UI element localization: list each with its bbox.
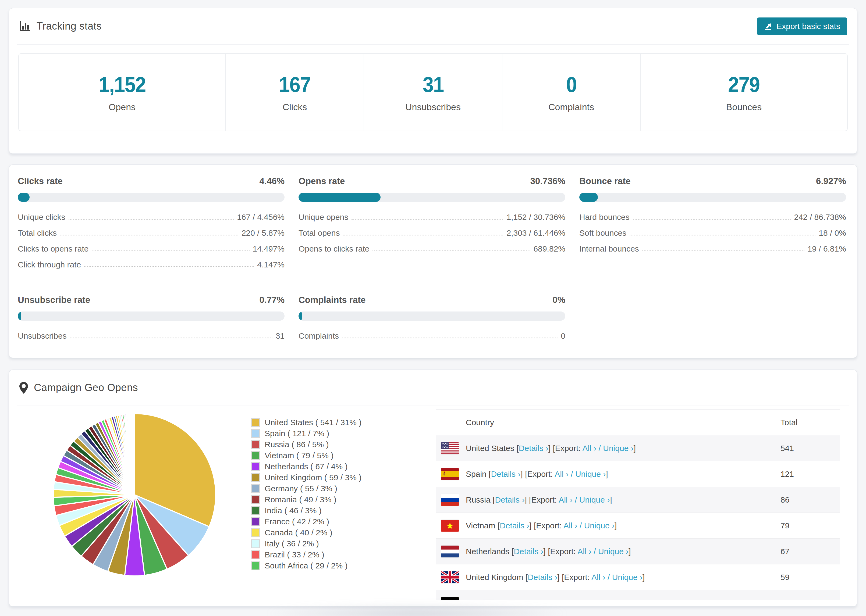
total-cell: 121 [781, 470, 794, 479]
legend-swatch [251, 418, 260, 427]
export-basic-stats-button[interactable]: Export basic stats [757, 17, 847, 35]
details-link[interactable]: Details › [527, 573, 557, 581]
legend-label: Russia ( 86 / 5% ) [265, 440, 329, 449]
rate-row-label: Clicks to opens rate [18, 244, 88, 253]
export-unique-link[interactable]: Unique › [598, 547, 628, 556]
legend-item: Brazil ( 33 / 2% ) [251, 549, 361, 560]
rate-row-value: 2,303 / 61.446% [506, 228, 565, 237]
country-cell: Germany [Details ›] [Export: All › / Uni… [466, 599, 620, 600]
bar-chart-icon [19, 20, 31, 33]
rate-progress-track [299, 311, 565, 321]
rate-rows: Unsubscribes31 [18, 332, 285, 340]
stat-label: Complaints [548, 102, 594, 112]
rate-title: Clicks rate [18, 176, 63, 186]
legend-item: Romania ( 49 / 3% ) [251, 494, 361, 505]
rates-grid: Clicks rate4.46%Unique clicks167 / 4.456… [9, 165, 857, 347]
dotted-leader [633, 218, 791, 220]
dotted-leader [342, 337, 557, 338]
dotted-leader [84, 266, 254, 267]
table-row-es: Spain [Details ›] [Export: All › / Uniqu… [436, 461, 840, 487]
dotted-leader [642, 250, 805, 251]
rate-row: Opens to clicks rate689.82% [299, 244, 565, 253]
stat-box-complaints: 0Complaints [502, 54, 641, 130]
details-link[interactable]: Details › [514, 547, 543, 556]
export-unique-link[interactable]: Unique › [612, 573, 642, 581]
legend-item: Netherlands ( 67 / 4% ) [251, 461, 361, 472]
legend-item: United States ( 541 / 31% ) [251, 417, 361, 428]
rate-progress-track [18, 193, 285, 202]
total-cell: 541 [781, 444, 794, 453]
dotted-leader [60, 234, 238, 236]
legend-label: Canada ( 40 / 2% ) [265, 528, 332, 537]
tracking-stats-card: Tracking stats Export basic stats 1,152O… [9, 8, 857, 154]
details-link[interactable]: Details › [504, 599, 533, 600]
legend-label: France ( 42 / 2% ) [265, 517, 329, 526]
export-unique-link[interactable]: Unique › [579, 495, 610, 504]
rate-row: Internal bounces19 / 6.81% [579, 244, 846, 253]
rates-card: Clicks rate4.46%Unique clicks167 / 4.456… [9, 165, 857, 358]
legend-swatch [251, 473, 260, 482]
stat-value: 279 [728, 72, 759, 97]
export-unique-link[interactable]: Unique › [575, 470, 606, 478]
rate-progress-track [299, 193, 565, 202]
rate-row-label: Complaints [299, 332, 339, 340]
rate-row-label: Internal bounces [579, 244, 639, 253]
rate-rows: Unique opens1,152 / 30.736%Total opens2,… [299, 212, 565, 253]
rate-rows: Unique clicks167 / 4.456%Total clicks220… [18, 212, 285, 269]
export-unique-link[interactable]: Unique › [584, 521, 614, 530]
rate-row: Unique opens1,152 / 30.736% [299, 212, 565, 222]
tracking-card-header: Tracking stats Export basic stats [17, 8, 849, 45]
details-link[interactable]: Details › [495, 495, 524, 504]
geo-card-header: Campaign Geo Opens [17, 370, 849, 406]
export-unique-link[interactable]: Unique › [588, 599, 618, 600]
page: Tracking stats Export basic stats 1,152O… [0, 0, 866, 616]
rate-block-unsubscribe-rate: Unsubscribe rate0.77%Unsubscribes31 [18, 295, 285, 347]
rate-row: Unsubscribes31 [18, 332, 285, 340]
details-link[interactable]: Details › [519, 444, 548, 453]
legend-label: Romania ( 49 / 3% ) [265, 495, 337, 504]
export-unique-link[interactable]: Unique › [603, 444, 633, 453]
export-all-link[interactable]: All › [583, 444, 597, 453]
stat-box-clicks: 167Clicks [226, 54, 364, 130]
country-cell: Spain [Details ›] [Export: All › / Uniqu… [466, 470, 608, 479]
details-link[interactable]: Details › [491, 470, 520, 478]
rate-row-label: Unique clicks [18, 212, 65, 222]
legend-swatch [251, 528, 260, 537]
export-all-link[interactable]: All › [591, 573, 605, 581]
details-link[interactable]: Details › [500, 521, 529, 530]
export-all-link[interactable]: All › [564, 521, 578, 530]
export-all-link[interactable]: All › [559, 495, 573, 504]
export-prefix: [Export: [529, 495, 557, 504]
legend-swatch [251, 451, 260, 460]
rate-row-label: Soft bounces [579, 228, 627, 237]
country-name: Netherlands [466, 547, 509, 556]
country-cell: United States [Details ›] [Export: All ›… [466, 444, 636, 453]
rate-row-value: 242 / 86.738% [794, 212, 846, 222]
rate-rows: Hard bounces242 / 86.738%Soft bounces18 … [579, 212, 846, 253]
rate-row-value: 14.497% [253, 244, 285, 253]
rate-row-value: 31 [276, 332, 285, 340]
stat-label: Clicks [283, 102, 307, 112]
dotted-leader [343, 234, 503, 236]
legend-label: United Kingdom ( 59 / 3% ) [265, 473, 361, 482]
country-cell: Russia [Details ›] [Export: All › / Uniq… [466, 495, 612, 504]
export-all-link[interactable]: All › [567, 599, 581, 600]
rate-head: Unsubscribe rate0.77% [18, 295, 285, 305]
rate-head: Complaints rate0% [299, 295, 565, 305]
export-prefix: [Export: [534, 521, 562, 530]
geo-table-header: Country Total [436, 410, 840, 435]
rate-head: Bounce rate6.927% [579, 176, 846, 186]
country-cell: Netherlands [Details ›] [Export: All › /… [466, 547, 631, 556]
rate-row-label: Opens to clicks rate [299, 244, 369, 253]
rate-row-label: Total opens [299, 228, 340, 237]
rate-row-label: Hard bounces [579, 212, 630, 222]
rate-progress-fill [579, 193, 598, 202]
legend-label: Brazil ( 33 / 2% ) [265, 550, 324, 559]
country-cell: Vietnam [Details ›] [Export: All › / Uni… [466, 521, 617, 530]
rate-row-value: 19 / 6.81% [808, 244, 846, 253]
geo-card: Campaign Geo Opens United States ( 541 /… [9, 369, 857, 607]
rate-row: Click through rate4.147% [18, 260, 285, 269]
export-all-link[interactable]: All › [554, 470, 568, 478]
rate-row: Complaints0 [299, 332, 565, 340]
export-all-link[interactable]: All › [578, 547, 591, 556]
